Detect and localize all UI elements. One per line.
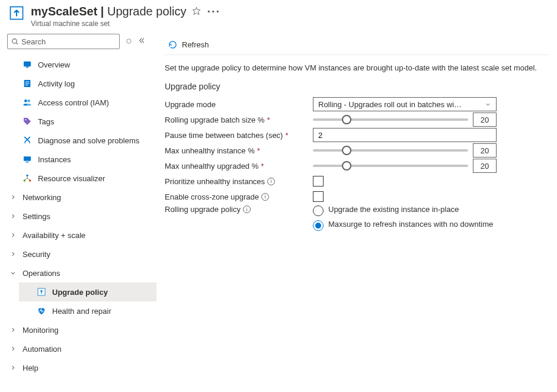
sidebar-group-security[interactable]: Security — [7, 245, 156, 264]
vm-icon — [23, 155, 32, 164]
sidebar-item-upgrade-policy[interactable]: Upgrade policy — [19, 282, 156, 301]
svg-line-3 — [16, 43, 18, 44]
page-header: myScaleSet | Upgrade policy ··· Virtual … — [0, 0, 557, 30]
upgrade-mode-label: Upgrade mode — [165, 100, 313, 109]
refresh-button[interactable]: Refresh — [165, 38, 213, 52]
sidebar-group-label: Help — [23, 364, 39, 372]
svg-rect-19 — [25, 162, 28, 162]
sidebar-group-label: Settings — [23, 212, 50, 221]
more-icon[interactable]: ··· — [207, 5, 220, 18]
sidebar-group-networking[interactable]: Networking — [7, 188, 156, 207]
sidebar-group-help[interactable]: Help — [7, 358, 156, 377]
favorite-star-icon[interactable] — [192, 5, 201, 18]
sidebar-item-overview[interactable]: Overview — [7, 55, 156, 74]
svg-point-12 — [27, 99, 30, 102]
diag-icon — [23, 136, 32, 145]
search-input[interactable]: Search — [7, 34, 120, 49]
cross-zone-checkbox[interactable] — [313, 191, 324, 202]
svg-rect-10 — [25, 85, 28, 85]
pause-time-input[interactable] — [313, 128, 497, 142]
svg-rect-5 — [24, 62, 31, 67]
chevron-right-icon — [9, 365, 17, 371]
sidebar-group-operations[interactable]: Operations — [7, 264, 156, 282]
max-unhealthy-upgraded-slider[interactable] — [313, 165, 468, 167]
svg-point-21 — [24, 179, 25, 181]
iam-icon — [23, 98, 32, 107]
sidebar-item-label: Upgrade policy — [52, 288, 108, 297]
max-unhealthy-label: Max unhealthy instance % * — [165, 146, 313, 155]
sidebar-item-health-and-repair[interactable]: Health and repair — [19, 301, 156, 320]
chevron-right-icon — [9, 327, 17, 333]
upgrade-icon — [37, 287, 46, 297]
pause-time-label: Pause time between batches (sec) * — [165, 131, 313, 140]
page-title: myScaleSet | Upgrade policy ··· — [31, 5, 549, 18]
rolling-policy-label: Rolling upgrade policy i — [165, 205, 313, 214]
svg-point-2 — [12, 38, 17, 43]
sidebar-group-settings[interactable]: Settings — [7, 207, 156, 226]
max-unhealthy-value: 20 — [473, 143, 497, 158]
sidebar-item-resource-visualizer[interactable]: Resource visualizer — [7, 169, 156, 188]
sidebar-group-label: Operations — [23, 269, 60, 278]
svg-rect-18 — [24, 156, 31, 160]
pin-icon[interactable] — [126, 37, 132, 46]
svg-point-14 — [24, 142, 25, 143]
sidebar-group-label: Security — [23, 250, 50, 259]
max-unhealthy-upgraded-label: Max unhealthy upgraded % * — [165, 162, 313, 171]
info-icon[interactable]: i — [267, 178, 275, 185]
info-icon[interactable]: i — [261, 193, 269, 201]
sidebar-group-label: Monitoring — [23, 326, 59, 335]
svg-point-20 — [26, 175, 28, 176]
resource-icon — [8, 5, 25, 21]
svg-rect-8 — [25, 82, 30, 82]
svg-point-13 — [25, 119, 26, 120]
max-unhealthy-slider[interactable] — [313, 149, 468, 152]
sidebar-item-access-control-iam-[interactable]: Access control (IAM) — [7, 93, 156, 112]
sidebar-item-label: Health and repair — [52, 307, 111, 316]
refresh-icon — [168, 40, 177, 49]
sidebar-item-diagnose-and-solve-problems[interactable]: Diagnose and solve problems — [7, 131, 156, 150]
batch-size-slider[interactable] — [313, 118, 468, 121]
svg-rect-6 — [26, 66, 28, 68]
main-content: Refresh Set the upgrade policy to determ… — [156, 30, 557, 392]
svg-point-22 — [29, 179, 31, 181]
sidebar-item-label: Access control (IAM) — [38, 98, 109, 107]
sidebar-group-label: Networking — [23, 193, 61, 202]
chevron-right-icon — [9, 346, 17, 352]
sidebar-item-tags[interactable]: Tags — [7, 112, 156, 131]
prioritize-checkbox[interactable] — [313, 176, 324, 187]
info-icon[interactable]: i — [243, 205, 251, 213]
chevron-right-icon — [9, 194, 17, 200]
sidebar-item-label: Diagnose and solve problems — [38, 136, 139, 145]
sidebar-item-activity-log[interactable]: Activity log — [7, 74, 156, 93]
overview-icon — [23, 60, 32, 69]
svg-point-16 — [24, 137, 25, 138]
sidebar-item-label: Overview — [38, 60, 70, 69]
sidebar-group-label: Availability + scale — [23, 231, 85, 240]
batch-size-label: Rolling upgrade batch size % * — [165, 115, 313, 124]
chevron-right-icon — [9, 232, 17, 238]
svg-point-11 — [24, 99, 27, 102]
sidebar-item-instances[interactable]: Instances — [7, 150, 156, 169]
chevron-right-icon — [9, 251, 17, 257]
radio-maxsurge[interactable]: Maxsurge to refresh instances with no do… — [313, 220, 493, 231]
sidebar-item-label: Instances — [38, 155, 71, 164]
sidebar-item-label: Activity log — [38, 79, 75, 88]
sidebar: Search OverviewActivity logAccess contro… — [0, 30, 156, 392]
health-icon — [37, 306, 46, 316]
radio-inplace[interactable]: Upgrade the existing instance in-place — [313, 205, 493, 216]
prioritize-label: Prioritize unhealthy instances i — [165, 177, 313, 186]
description-text: Set the upgrade policy to determine how … — [165, 63, 549, 72]
collapse-sidebar-icon[interactable] — [138, 37, 146, 46]
sidebar-group-label: Automation — [23, 345, 62, 354]
sidebar-group-automation[interactable]: Automation — [7, 339, 156, 358]
chevron-down-icon — [9, 270, 17, 276]
sidebar-item-label: Tags — [38, 117, 54, 126]
search-icon — [11, 38, 19, 46]
svg-point-4 — [127, 38, 131, 43]
svg-point-15 — [29, 142, 30, 143]
sidebar-item-label: Resource visualizer — [38, 174, 105, 183]
sidebar-group-monitoring[interactable]: Monitoring — [7, 320, 156, 339]
sidebar-group-availability-scale[interactable]: Availability + scale — [7, 226, 156, 245]
upgrade-mode-select[interactable]: Rolling - Upgrades roll out in batches w… — [313, 97, 497, 111]
chevron-right-icon — [9, 213, 17, 219]
